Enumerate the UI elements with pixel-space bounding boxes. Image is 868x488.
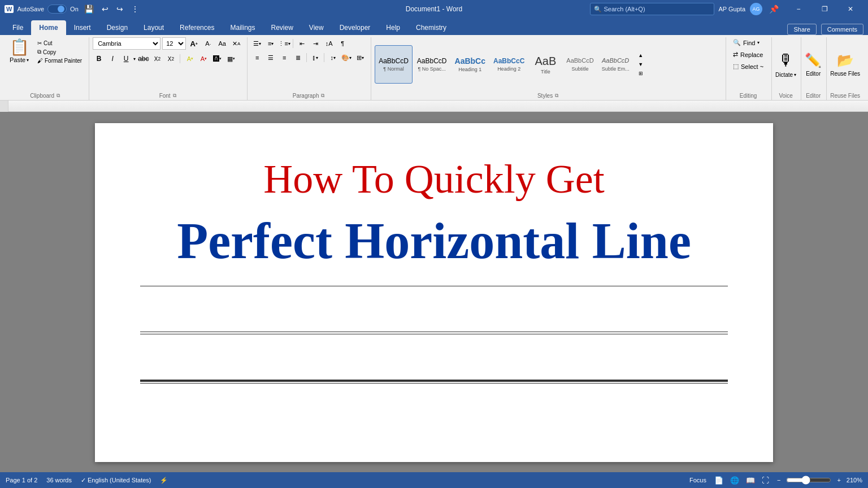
- style-title[interactable]: AaB Title: [529, 45, 562, 84]
- tab-help[interactable]: Help: [378, 20, 408, 35]
- find-arrow: ▾: [757, 40, 760, 45]
- language[interactable]: ✓ English (United States): [81, 477, 151, 484]
- superscript-button[interactable]: X2: [165, 53, 177, 65]
- select-button[interactable]: ⬚ Select ~: [730, 61, 767, 72]
- editor-icon[interactable]: ✏️: [805, 53, 822, 68]
- comments-button[interactable]: Comments: [821, 24, 863, 35]
- zoom-slider[interactable]: [786, 476, 831, 485]
- format-painter-button[interactable]: 🖌 Format Painter: [35, 57, 84, 64]
- justify-button[interactable]: ≣: [292, 51, 304, 64]
- reuse-icon[interactable]: 📂: [837, 53, 854, 68]
- shading-button[interactable]: 🅰▾: [211, 53, 224, 65]
- font-family-select[interactable]: Cambria: [93, 37, 160, 50]
- tab-references[interactable]: References: [172, 20, 222, 35]
- styles-expand[interactable]: ⊞: [636, 69, 645, 78]
- font-shrink-button[interactable]: A-: [202, 37, 214, 50]
- font-expand-icon[interactable]: ⧉: [173, 93, 176, 99]
- page-info[interactable]: Page 1 of 2: [6, 477, 37, 483]
- font-grow-button[interactable]: A+: [188, 37, 200, 50]
- underline-button[interactable]: U: [120, 53, 132, 65]
- restore-button[interactable]: ❐: [811, 0, 837, 18]
- ribbon-display-icon[interactable]: 📌: [767, 3, 781, 15]
- zoom-in-icon[interactable]: +: [837, 477, 840, 483]
- clipboard-expand-icon[interactable]: ⧉: [57, 93, 60, 99]
- share-button[interactable]: Share: [787, 24, 816, 35]
- close-button[interactable]: ✕: [837, 0, 863, 18]
- clipboard-small-buttons: ✂ Cut ⧉ Copy 🖌 Format Painter: [35, 37, 84, 64]
- paste-button[interactable]: 📋 Paste ▾: [6, 37, 33, 66]
- decrease-indent-button[interactable]: ⇤: [296, 37, 308, 50]
- style-subtle-em[interactable]: AaBbCcD Subtle Em...: [598, 45, 633, 84]
- borders-button[interactable]: ⊞▾: [354, 51, 366, 64]
- search-box[interactable]: 🔍 Search (Alt+Q): [590, 3, 714, 15]
- redo-icon[interactable]: ↪: [114, 3, 125, 15]
- undo-icon[interactable]: ↩: [99, 3, 111, 15]
- styles-expand-icon[interactable]: ⧉: [555, 93, 558, 99]
- columns-button[interactable]: ⫿▾: [309, 51, 322, 64]
- find-button[interactable]: 🔍 Find ▾: [730, 37, 767, 48]
- clear-format-button[interactable]: ✕A: [230, 37, 242, 50]
- strikethrough-button[interactable]: abc: [137, 53, 150, 65]
- align-left-button[interactable]: ≡: [251, 51, 263, 64]
- style-heading2[interactable]: AaBbCcC Heading 2: [490, 45, 528, 84]
- border-button[interactable]: ▦▾: [225, 53, 237, 65]
- styles-scroll-down[interactable]: ▼: [636, 60, 645, 69]
- voice-group-label: Voice: [775, 91, 796, 100]
- bold-button[interactable]: B: [93, 53, 105, 65]
- replace-button[interactable]: ⇄ Replace: [730, 49, 767, 60]
- print-view-icon[interactable]: 📄: [712, 475, 726, 486]
- change-case-button[interactable]: Aa: [216, 37, 228, 50]
- zoom-out-icon[interactable]: −: [777, 477, 780, 483]
- style-subtitle-preview: AaBbCcD: [566, 57, 593, 64]
- tab-layout[interactable]: Layout: [136, 20, 172, 35]
- tab-view[interactable]: View: [301, 20, 332, 35]
- tab-mailings[interactable]: Mailings: [222, 20, 263, 35]
- tab-insert[interactable]: Insert: [66, 20, 99, 35]
- zoom-level[interactable]: 210%: [847, 477, 862, 483]
- font-color-button[interactable]: A▾: [198, 53, 210, 65]
- save-icon[interactable]: 💾: [82, 3, 96, 15]
- styles-scroll-up[interactable]: ▲: [636, 51, 645, 60]
- unordered-list-button[interactable]: ☰▾: [251, 37, 263, 50]
- style-subtitle[interactable]: AaBbCcD Subtitle: [563, 45, 597, 84]
- read-mode-icon[interactable]: 📖: [744, 475, 757, 486]
- style-no-spacing[interactable]: AaBbCcD ¶ No Spac...: [414, 45, 450, 84]
- focus-mode-icon[interactable]: ⛶: [760, 475, 771, 486]
- focus-button[interactable]: Focus: [689, 477, 706, 483]
- align-center-button[interactable]: ☰: [264, 51, 277, 64]
- paragraph-expand-icon[interactable]: ⧉: [321, 93, 324, 99]
- highlight-button[interactable]: A▾: [184, 53, 197, 65]
- ordered-list-button[interactable]: ≡▾: [264, 37, 277, 50]
- style-normal[interactable]: AaBbCcD ¶ Normal: [375, 45, 413, 84]
- tab-chemistry[interactable]: Chemistry: [408, 20, 454, 35]
- italic-button[interactable]: I: [106, 53, 119, 65]
- copy-button[interactable]: ⧉ Copy: [35, 48, 84, 56]
- web-view-icon[interactable]: 🌐: [728, 475, 741, 486]
- subscript-button[interactable]: X2: [151, 53, 164, 65]
- autosave-toggle[interactable]: [47, 5, 67, 14]
- word-count[interactable]: 36 words: [46, 477, 72, 483]
- tab-file[interactable]: File: [5, 20, 31, 35]
- minimize-button[interactable]: −: [785, 0, 811, 18]
- tab-home[interactable]: Home: [31, 20, 66, 35]
- tab-design[interactable]: Design: [99, 20, 136, 35]
- line-spacing-button[interactable]: ↕▾: [327, 51, 339, 64]
- reuse-button[interactable]: Reuse Files: [830, 71, 860, 77]
- multilevel-list-button[interactable]: ⋮≡▾: [278, 37, 290, 50]
- align-right-button[interactable]: ≡: [278, 51, 290, 64]
- cut-button[interactable]: ✂ Cut: [35, 40, 84, 47]
- increase-indent-button[interactable]: ⇥: [309, 37, 322, 50]
- editor-button[interactable]: Editor: [806, 71, 821, 77]
- shading-para-button[interactable]: 🎨▾: [340, 51, 353, 64]
- tab-developer[interactable]: Developer: [332, 20, 379, 35]
- dictate-button[interactable]: Dictate ▾: [775, 72, 796, 78]
- show-marks-button[interactable]: ¶: [336, 37, 349, 50]
- font-group: Cambria 12 A+ A- Aa ✕A B I U ▾ abc X2 X2…: [90, 37, 248, 100]
- style-heading1[interactable]: AaBbCc Heading 1: [452, 45, 489, 84]
- customize-icon[interactable]: ⋮: [129, 3, 141, 15]
- sort-button[interactable]: ↕A: [323, 37, 335, 50]
- tab-review[interactable]: Review: [263, 20, 301, 35]
- font-size-select[interactable]: 12: [162, 37, 186, 50]
- dictate-icon[interactable]: 🎙: [778, 51, 794, 69]
- para-row-1: ☰▾ ≡▾ ⋮≡▾ ⇤ ⇥ ↕A ¶: [251, 37, 349, 50]
